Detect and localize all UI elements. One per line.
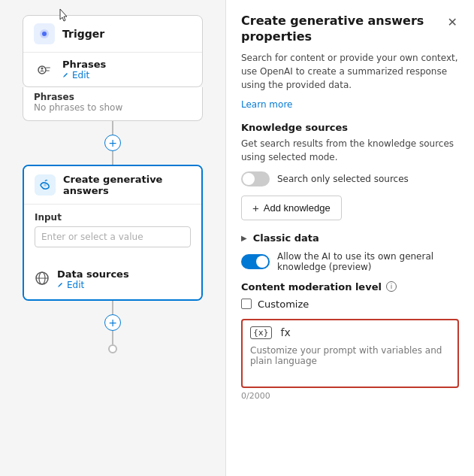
phrases-title: Phrases xyxy=(62,59,106,70)
connector-line-4 xyxy=(112,331,113,344)
svg-rect-5 xyxy=(46,70,50,71)
knowledge-sources-title: Knowledge sources xyxy=(241,122,459,133)
svg-rect-4 xyxy=(46,67,50,68)
gen-answers-icon xyxy=(35,174,56,196)
gen-answers-label: Create generative answers xyxy=(63,174,191,196)
connector-line-2 xyxy=(112,151,113,165)
variable-icon[interactable]: {x} xyxy=(250,326,272,339)
svg-point-3 xyxy=(41,67,44,69)
add-node-button-2[interactable]: + xyxy=(104,314,121,331)
connector-line-3 xyxy=(112,301,113,314)
ai-knowledge-toggle[interactable] xyxy=(241,254,270,269)
data-sources-edit-icon xyxy=(57,281,65,289)
add-node-button-1[interactable]: + xyxy=(104,135,121,151)
add-knowledge-button[interactable]: + Add knowledge xyxy=(241,196,342,220)
toggle-knob xyxy=(243,173,255,185)
trigger-label: Trigger xyxy=(62,28,104,40)
data-sources-icon xyxy=(35,271,50,289)
phrases-section-label: Phrases xyxy=(34,92,192,102)
content-moderation-section: Content moderation level i xyxy=(241,281,459,293)
search-only-toggle[interactable] xyxy=(241,171,270,186)
ai-knowledge-toggle-row: Allow the AI to use its own general know… xyxy=(241,251,459,272)
search-only-label: Search only selected sources xyxy=(277,174,409,184)
panel-title: Create generative answers properties xyxy=(241,14,446,45)
right-panel: Create generative answers properties ✕ S… xyxy=(225,0,474,476)
close-button[interactable]: ✕ xyxy=(446,14,459,31)
connector-line-1 xyxy=(112,121,113,135)
edit-icon xyxy=(62,71,70,79)
phrases-empty-text: No phrases to show xyxy=(34,102,192,113)
end-node xyxy=(108,344,117,353)
gen-answers-node: Create generative answers Input Enter or… xyxy=(23,165,203,301)
phrases-section: Phrases No phrases to show xyxy=(23,87,203,121)
connector-2: + xyxy=(104,301,121,353)
panel-description: Search for content or provide your own c… xyxy=(241,51,459,92)
classic-data-section[interactable]: ▶ Classic data xyxy=(241,232,459,244)
data-sources-edit-link[interactable]: Edit xyxy=(57,280,129,290)
content-moderation-label: Content moderation level xyxy=(241,281,382,293)
prompt-textarea[interactable] xyxy=(250,345,450,378)
var-icon-label: {x} xyxy=(250,326,272,339)
phrases-edit-link[interactable]: Edit xyxy=(62,70,106,80)
trigger-node: Trigger Phrases Edit xyxy=(23,15,203,87)
connector-1: + xyxy=(104,121,121,165)
svg-point-1 xyxy=(42,32,47,36)
left-panel: Trigger Phrases Edit xyxy=(0,0,225,476)
ai-knowledge-label: Allow the AI to use its own general know… xyxy=(277,251,459,272)
learn-more-link[interactable]: Learn more xyxy=(241,99,459,110)
knowledge-sources-desc: Get search results from the knowledge so… xyxy=(241,137,459,164)
prompt-area[interactable]: {x} fx xyxy=(241,319,459,388)
customize-checkbox[interactable] xyxy=(241,299,252,309)
classic-data-label: Classic data xyxy=(253,232,319,244)
classic-data-chevron: ▶ xyxy=(241,234,247,242)
input-label: Input xyxy=(35,212,191,223)
prompt-count: 0/2000 xyxy=(241,391,459,401)
input-field[interactable]: Enter or select a value xyxy=(35,226,191,247)
prompt-toolbar: {x} fx xyxy=(250,326,450,339)
search-only-toggle-row: Search only selected sources xyxy=(241,171,459,186)
content-moderation-info-icon[interactable]: i xyxy=(386,281,397,292)
customize-row: Customize xyxy=(241,299,459,310)
fx-icon[interactable]: fx xyxy=(281,326,291,338)
phrases-icon xyxy=(34,59,55,80)
svg-point-6 xyxy=(44,183,47,186)
customize-label: Customize xyxy=(258,299,309,310)
data-sources-title: Data sources xyxy=(57,268,129,280)
add-knowledge-label: Add knowledge xyxy=(264,202,331,214)
ai-toggle-knob xyxy=(256,256,268,268)
trigger-icon xyxy=(34,23,55,44)
add-knowledge-plus-icon: + xyxy=(252,202,259,214)
